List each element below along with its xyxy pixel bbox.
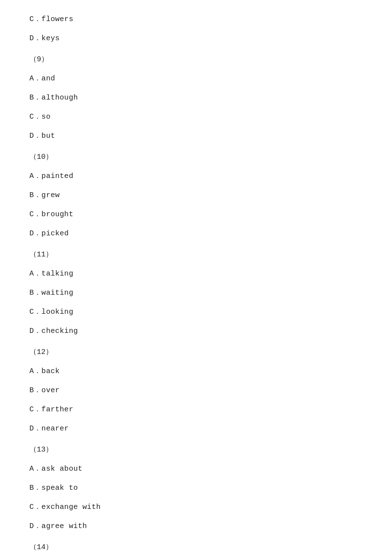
option-item: B．speak to: [29, 479, 363, 498]
option-item: B．over: [29, 381, 363, 400]
option-item: D．keys: [29, 29, 363, 48]
option-item: D．agree with: [29, 517, 363, 536]
question-number: （13）: [29, 438, 363, 459]
option-item: C．flowers: [29, 10, 363, 29]
question-number: （10）: [29, 146, 363, 167]
option-item: A．ask about: [29, 459, 363, 479]
option-item: B．grew: [29, 186, 363, 205]
question-number: （11）: [29, 243, 363, 264]
option-item: D．picked: [29, 224, 363, 243]
question-number: （12）: [29, 341, 363, 362]
option-item: C．brought: [29, 205, 363, 224]
option-item: C．looking: [29, 303, 363, 322]
option-item: A．and: [29, 69, 363, 88]
option-item: C．so: [29, 107, 363, 126]
question-number: （9）: [29, 48, 363, 69]
option-item: D．nearer: [29, 419, 363, 438]
option-item: D．but: [29, 126, 363, 146]
option-item: B．waiting: [29, 283, 363, 303]
option-item: C．farther: [29, 400, 363, 419]
main-content: C．flowersD．keys（9）A．andB．althoughC．soD．b…: [0, 0, 392, 555]
option-item: D．checking: [29, 322, 363, 341]
option-item: A．painted: [29, 167, 363, 186]
option-item: C．exchange with: [29, 498, 363, 517]
option-item: A．talking: [29, 264, 363, 283]
option-item: B．although: [29, 88, 363, 107]
option-item: A．back: [29, 362, 363, 381]
question-number: （14）: [29, 536, 363, 555]
